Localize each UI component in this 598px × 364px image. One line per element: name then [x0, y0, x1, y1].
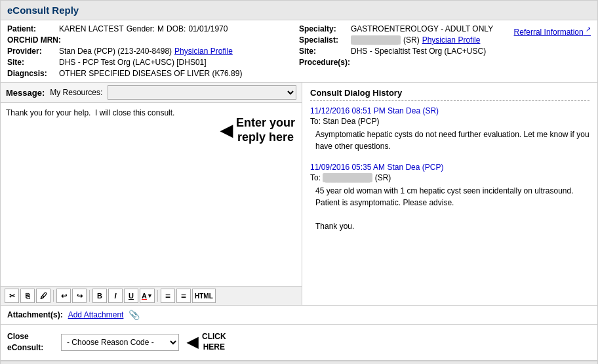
- close-econsult-row: Close eConsult: - Choose Reason Code - ◀…: [1, 325, 597, 361]
- diagnosis-row: Diagncsis: OTHER SPECIFIED DISEASES OF L…: [7, 69, 299, 78]
- cut-button[interactable]: ✂: [5, 289, 19, 303]
- editor-toolbar: ✂ ⎘ 🖊 ↩ ↪ B I U A ▼ ≡ ≡ HTML: [1, 286, 302, 305]
- attachments-bar: Attachment(s): Add Attachment 📎: [1, 306, 597, 325]
- dialog-entry-1-body: Asymptomatic hepatic cysts do not need f…: [310, 129, 589, 152]
- dialog-entry-2-blurred: ████████: [323, 173, 372, 182]
- undo-button[interactable]: ↩: [56, 289, 71, 303]
- procedures-row: Procedure(s):: [299, 58, 493, 67]
- reason-code-dropdown[interactable]: - Choose Reason Code -: [61, 334, 179, 351]
- referral-link-area: Referral Information ↗: [508, 24, 591, 37]
- dialog-entry-2-to: To: ████████ (SR): [310, 173, 589, 182]
- font-color-icon: A: [142, 292, 147, 300]
- procedures-label: Procedure(s):: [299, 58, 350, 67]
- provider-name: Stan Dea (PCP) (213-240-8498): [59, 47, 172, 56]
- patient-info-left: Patient: KAREN LACTEST Gender: M DOB: 01…: [7, 24, 299, 78]
- dialog-history-title: Consult Dialog History: [310, 88, 589, 101]
- paste-button[interactable]: 🖊: [36, 289, 50, 303]
- specialist-profile-link[interactable]: Physician Profile: [422, 35, 481, 45]
- patient-name-row: Patient: KAREN LACTEST Gender: M DOB: 01…: [7, 24, 299, 33]
- unordered-list-button[interactable]: ≡: [161, 289, 175, 303]
- provider-profile-link[interactable]: Physician Profile: [174, 47, 233, 56]
- diagnosis-value: OTHER SPECIFIED DISEASES OF LIVER (K76.8…: [59, 69, 242, 78]
- referral-external-icon: ↗: [586, 26, 591, 33]
- toolbar-separator-1: [53, 290, 54, 302]
- specialty-label: Specialty:: [299, 24, 348, 33]
- patient-gender-label: Gender:: [127, 24, 155, 33]
- specialty-row: Specialty: GASTROENTEROLOGY - ADULT ONLY: [299, 24, 493, 33]
- specialist-blurred: ████████: [351, 35, 401, 45]
- dialog-entry-2-header: 11/09/2016 05:35 AM Stan Dea (PCP): [310, 163, 589, 172]
- specialist-suffix: (SR): [403, 35, 420, 45]
- site-label-left: Site:: [7, 58, 56, 67]
- patient-dob-label: DOB:: [167, 24, 186, 33]
- message-panel: Message: My Resources: Thank you for you…: [1, 83, 302, 305]
- arrow-left-icon: ◀: [220, 121, 232, 140]
- specialist-label: Specialist:: [299, 35, 348, 45]
- site-right-row: Site: DHS - Specialtist Test Org (LAC+US…: [299, 47, 493, 56]
- referral-information-link[interactable]: Referral Information ↗: [514, 28, 591, 37]
- patient-gender: M: [157, 24, 164, 33]
- my-resources-label: My Resources:: [50, 88, 102, 97]
- click-here-annotation: ◀ CLICK HERE: [187, 332, 226, 352]
- specialty-value: GASTROENTEROLOGY - ADULT ONLY: [351, 24, 493, 33]
- font-color-button[interactable]: A ▼: [140, 289, 155, 303]
- specialist-row: Specialist: ████████ (SR) Physician Prof…: [299, 35, 493, 45]
- copy-button[interactable]: ⎘: [20, 289, 35, 303]
- enter-reply-annotation: ◀ Enter yourreply here: [220, 116, 295, 144]
- patient-dob: 01/01/1970: [188, 24, 228, 33]
- patient-info-section: Patient: KAREN LACTEST Gender: M DOB: 01…: [1, 20, 597, 83]
- orchid-row: ORCHiD MRN:: [7, 35, 299, 45]
- click-here-text: CLICK HERE: [202, 332, 226, 352]
- patient-info-right: Specialty: GASTROENTEROLOGY - ADULT ONLY…: [299, 24, 591, 78]
- dialog-entry-1-to: To: Stan Dea (PCP): [310, 117, 589, 126]
- site-left-value: DHS - PCP Test Org (LAC+USC) [DHS01]: [59, 58, 207, 67]
- attachments-label: Attachment(s):: [7, 310, 63, 319]
- page-title: eConsult Reply: [1, 1, 597, 20]
- site-label-right: Site:: [299, 47, 348, 56]
- site-left-row: Site: DHS - PCP Test Org (LAC+USC) [DHS0…: [7, 58, 299, 67]
- bold-button[interactable]: B: [92, 289, 107, 303]
- toolbar-separator-2: [89, 290, 90, 302]
- html-button[interactable]: HTML: [192, 289, 216, 303]
- ordered-list-button[interactable]: ≡: [176, 289, 191, 303]
- patient-name: KAREN LACTEST: [59, 24, 124, 33]
- add-attachment-link[interactable]: Add Attachment: [68, 310, 124, 319]
- provider-row: Provider: Stan Dea (PCP) (213-240-8498) …: [7, 47, 299, 56]
- diagnosis-label: Diagncsis:: [7, 69, 56, 78]
- color-dropdown-icon: ▼: [147, 293, 153, 299]
- toolbar-separator-3: [157, 290, 158, 302]
- page-wrapper: eConsult Reply Patient: KAREN LACTEST Ge…: [0, 0, 598, 364]
- click-arrow-icon: ◀: [187, 334, 198, 351]
- provider-label: Provider:: [7, 47, 56, 56]
- site-right-value: DHS - Specialtist Test Org (LAC+USC): [351, 47, 486, 56]
- consult-dialog-panel: Consult Dialog History 11/12/2016 08:51 …: [302, 83, 597, 305]
- main-content-area: Message: My Resources: Thank you for you…: [1, 83, 597, 306]
- dialog-entry-1: 11/12/2016 08:51 PM Stan Dea (SR) To: St…: [310, 106, 589, 152]
- redo-button[interactable]: ↪: [72, 289, 87, 303]
- footer-buttons: Send Message Save As Draft Cancel: [1, 361, 597, 364]
- attachment-icon: 📎: [129, 310, 140, 320]
- close-econsult-label: Close eConsult:: [7, 331, 53, 354]
- dialog-entry-1-header: 11/12/2016 08:51 PM Stan Dea (SR): [310, 106, 589, 115]
- dialog-entry-2: 11/09/2016 05:35 AM Stan Dea (PCP) To: █…: [310, 163, 589, 232]
- my-resources-select[interactable]: [108, 85, 296, 100]
- annotation-text: Enter yourreply here: [236, 116, 295, 144]
- message-header: Message: My Resources:: [1, 83, 302, 103]
- message-label: Message:: [6, 88, 45, 98]
- orchid-label: ORCHiD MRN:: [7, 35, 61, 45]
- patient-label: Patient:: [7, 24, 56, 33]
- underline-button[interactable]: U: [124, 289, 138, 303]
- dialog-entry-2-body: 45 year old woman with 1 cm hepatic cyst…: [310, 185, 589, 232]
- italic-button[interactable]: I: [108, 289, 123, 303]
- message-body: Thank you for your help. I will close th…: [1, 103, 302, 286]
